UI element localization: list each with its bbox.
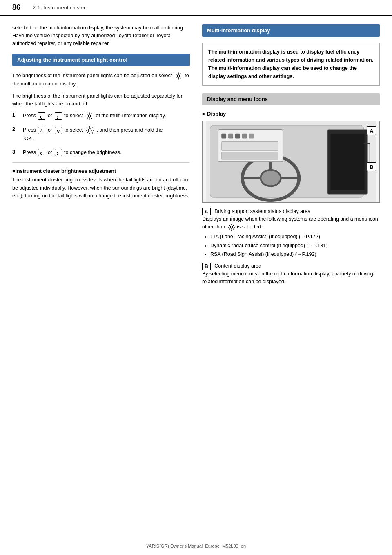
step3-or: or: [48, 150, 52, 155]
step-3-number: 3: [12, 149, 20, 155]
step1-of-text: of the multi-information display.: [96, 113, 166, 119]
right-arrow-icon: [55, 112, 62, 120]
step-2: 2 Press or to select: [12, 126, 190, 143]
step1-or: or: [48, 113, 52, 119]
svg-line-7: [87, 128, 88, 128]
svg-point-14: [261, 170, 281, 186]
svg-line-9: [87, 133, 88, 134]
step2-then-text: , and then press and hold the: [97, 128, 163, 133]
content-area: selected on the multi-information displa…: [0, 16, 392, 539]
svg-rect-20: [228, 134, 233, 139]
step2-ok: OK .: [23, 136, 35, 141]
svg-point-1: [88, 115, 91, 117]
svg-rect-21: [235, 134, 240, 139]
callout-b-desc: By selecting menu icons on the multi-inf…: [202, 270, 380, 286]
left-arrow-icon-2: [38, 149, 45, 156]
display-section-label: Display: [202, 111, 380, 117]
step1-press: Press: [23, 113, 36, 119]
gear-icon: [174, 72, 183, 80]
callout-b-label: B: [202, 263, 211, 270]
page-number: 86: [12, 3, 20, 12]
callout-b-title-text: Content display area: [214, 263, 261, 269]
left-column: selected on the multi-information displa…: [12, 24, 190, 531]
footer-text: YARIS(GR) Owner's Manual_Europe_M52L09_e…: [146, 544, 246, 548]
step3-brightness-text: to change the brightness.: [64, 150, 121, 155]
callout-a-desc: Displays an image when the following sys…: [202, 215, 380, 231]
page-header: 86 2-1. Instrument cluster: [0, 0, 392, 16]
blue-heading-adjust: Adjusting the instrument panel light con…: [12, 54, 190, 66]
page-footer: YARIS(GR) Owner's Manual_Europe_M52L09_e…: [0, 539, 392, 555]
label-a: A: [367, 126, 376, 135]
sub-para-brightness: The instrument cluster brightness levels…: [12, 176, 190, 200]
para1: The brightness of the instrument panel l…: [12, 72, 190, 88]
gear-icon-step1: [85, 112, 94, 120]
callout-a-block: A Driving support system status display …: [202, 208, 380, 258]
svg-point-31: [230, 226, 233, 228]
para2: The brightness of the instrument panel l…: [12, 92, 190, 108]
step-2-number: 2: [12, 126, 20, 132]
divider: [12, 162, 190, 163]
label-b: B: [367, 162, 376, 171]
callout-b-block: B Content display area By selecting menu…: [202, 262, 380, 285]
step-1-content: Press or to select of the multi-informat…: [23, 112, 190, 120]
step2-or: or: [48, 128, 52, 133]
sun-icon: [85, 126, 94, 135]
svg-rect-22: [242, 134, 247, 139]
gray-heading-display-icons: Display and menu icons: [202, 93, 380, 105]
cluster-image: A B: [202, 121, 380, 203]
intro-paragraph: selected on the multi-information displa…: [12, 24, 190, 47]
sub-heading-brightness: ■Instrument cluster brightness adjustmen…: [12, 168, 190, 174]
step3-press: Press: [23, 150, 36, 155]
right-arrow-icon-2: [55, 149, 62, 156]
left-arrow-icon: [38, 112, 45, 120]
bullet-item-drc: Dynamic radar cruise control (if equippe…: [210, 242, 380, 250]
svg-rect-24: [221, 142, 278, 151]
svg-line-10: [92, 128, 93, 128]
para1-text: The brightness of the instrument panel l…: [12, 73, 174, 79]
chapter-title: 2-1. Instrument cluster: [33, 4, 85, 11]
bullet-item-lta: LTA (Lane Tracing Assist) (if equipped) …: [210, 233, 380, 241]
callout-a-label: A: [202, 208, 211, 215]
highlight-text-box: The multi-information display is used to…: [202, 43, 380, 86]
step-3: 3 Press or to change the brightness.: [12, 149, 190, 157]
step-1: 1 Press or to select of the multi-inform…: [12, 112, 190, 120]
step-1-number: 1: [12, 112, 20, 118]
bullet-list: LTA (Lane Tracing Assist) (if equipped) …: [202, 233, 380, 258]
right-column: Multi-information display The multi-info…: [202, 24, 380, 531]
down-arrow-icon: [55, 127, 62, 134]
step-2-content: Press or to select: [23, 126, 190, 143]
callout-a-title-text: Driving support system status display ar…: [214, 208, 310, 214]
svg-rect-23: [249, 134, 254, 139]
svg-line-8: [92, 133, 93, 134]
step2-press: Press: [23, 128, 36, 133]
svg-point-2: [88, 129, 91, 132]
up-arrow-icon: [38, 127, 45, 134]
svg-point-0: [177, 75, 180, 77]
bullet-item-rsa: RSA (Road Sign Assist) (if equipped) (→P…: [210, 251, 380, 258]
blue-heading-multi-info: Multi-information display: [202, 24, 380, 37]
highlight-text: The multi-information display is used to…: [208, 49, 373, 79]
gear-icon-callout: [227, 223, 235, 231]
svg-rect-27: [331, 134, 365, 190]
svg-rect-25: [221, 152, 278, 159]
step-3-content: Press or to change the brightness.: [23, 149, 190, 157]
step2-to-select: to select: [64, 128, 83, 133]
step1-to-select: to select: [64, 113, 83, 119]
svg-rect-19: [221, 134, 226, 139]
